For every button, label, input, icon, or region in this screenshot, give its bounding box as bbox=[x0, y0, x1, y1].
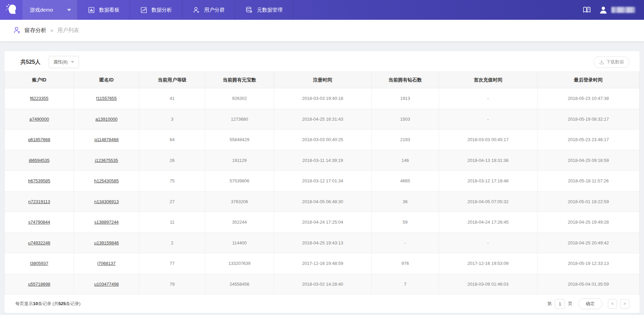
anon-id-link[interactable]: u139159846 bbox=[94, 240, 119, 245]
table-row: f6223355f11557655419263022018-03-03 19:4… bbox=[5, 88, 640, 109]
navbar-right: ? bbox=[582, 0, 644, 20]
anon-id-link[interactable]: n134306913 bbox=[94, 199, 119, 204]
cell-level: 27 bbox=[139, 191, 205, 212]
cell-yuanbao: 352244 bbox=[205, 212, 274, 233]
cell-account_id: u74932246 bbox=[5, 232, 74, 253]
page-prefix-label: 第 bbox=[547, 301, 552, 307]
brain-logo-icon bbox=[5, 3, 17, 17]
project-selector-label: 游戏demo bbox=[30, 7, 53, 13]
confirm-page-button[interactable]: 确定 bbox=[578, 298, 602, 309]
page-suffix-label: 页 bbox=[568, 301, 573, 307]
cell-first_charge_time: - bbox=[439, 232, 537, 253]
cell-last_login_time: 2018-04-25 20:49:42 bbox=[537, 232, 639, 253]
cell-diamonds: 146 bbox=[371, 150, 439, 171]
breadcrumb-separator: > bbox=[50, 28, 54, 33]
page-summary: 每页显示10条记录 (共525条记录) bbox=[15, 301, 80, 307]
pagination-footer: 每页显示10条记录 (共525条记录) 第 页 确定 < > bbox=[4, 295, 640, 313]
anon-id-link[interactable]: j123675535 bbox=[95, 158, 118, 163]
cell-diamonds: 4665 bbox=[371, 171, 439, 192]
cell-diamonds: 59 bbox=[371, 212, 439, 233]
nav-item-metadata[interactable]: 元数据管理 bbox=[235, 0, 293, 20]
cell-anon_id: h125430585 bbox=[74, 171, 139, 192]
cell-anon_id: f11557655 bbox=[74, 88, 139, 109]
cell-last_login_time: 2018-05-23 10:47:38 bbox=[537, 88, 639, 109]
anon-id-link[interactable]: l7068137 bbox=[97, 261, 116, 266]
breadcrumb-current: 用户列表 bbox=[57, 27, 79, 34]
cell-register_time: 2018-03-03 00:40:25 bbox=[274, 130, 371, 150]
account-id-link[interactable]: f6223355 bbox=[30, 96, 48, 101]
attribute-filter-dropdown[interactable]: 属性(8) bbox=[49, 56, 79, 68]
cell-register_time: 2017-12-16 19:48:59 bbox=[274, 253, 371, 274]
line-chart-icon bbox=[140, 6, 147, 14]
attribute-filter-label: 属性(8) bbox=[53, 59, 68, 65]
page-number-input[interactable] bbox=[555, 299, 565, 309]
user-group-icon bbox=[193, 6, 200, 14]
breadcrumb-parent[interactable]: 留存分析 bbox=[25, 27, 46, 34]
column-header-0: 账户ID bbox=[5, 72, 74, 88]
nav-item-analysis[interactable]: 数据分析 bbox=[130, 0, 182, 20]
anon-id-link[interactable]: u103477498 bbox=[94, 282, 119, 287]
account-id-link[interactable]: j66594535 bbox=[29, 158, 50, 163]
help-docs-button[interactable]: ? bbox=[582, 5, 591, 14]
cell-yuanbao: 926302 bbox=[205, 88, 274, 109]
cell-anon_id: q114878468 bbox=[74, 130, 139, 150]
cell-anon_id: l7068137 bbox=[74, 253, 139, 274]
breadcrumb: 留存分析 > 用户列表 bbox=[0, 20, 644, 41]
nav-item-dashboard[interactable]: 数据看板 bbox=[78, 0, 130, 20]
cell-diamonds: 1913 bbox=[371, 88, 439, 109]
table-row: u55718698u10347749879245584562018-03-02 … bbox=[5, 274, 640, 295]
cell-level: 3 bbox=[139, 109, 205, 130]
anon-id-link[interactable]: h125430585 bbox=[94, 178, 119, 183]
user-table: 账户ID匿名ID当前用户等级当前拥有元宝数注册时间当前拥有钻石数首次充值时间最后… bbox=[4, 72, 640, 295]
anon-id-link[interactable]: a13910000 bbox=[95, 117, 117, 122]
nav-item-label: 元数据管理 bbox=[257, 7, 283, 13]
account-id-link[interactable]: q61857668 bbox=[28, 137, 50, 142]
cell-register_time: 2018-03-03 19:40:18 bbox=[274, 88, 371, 109]
account-id-link[interactable]: n72319113 bbox=[28, 199, 50, 204]
summary-mid: 条记录 (共 bbox=[38, 301, 58, 306]
anon-id-link[interactable]: q114878468 bbox=[94, 137, 118, 142]
account-id-link[interactable]: a7490000 bbox=[29, 117, 49, 122]
cell-level: 75 bbox=[139, 171, 205, 192]
navbar-spacer bbox=[293, 0, 582, 20]
table-row: a7490000a13910000312736802018-04-25 16:3… bbox=[5, 109, 640, 130]
project-selector[interactable]: 游戏demo bbox=[22, 0, 78, 20]
per-page-count: 10 bbox=[33, 301, 38, 306]
cell-anon_id: a13910000 bbox=[74, 109, 139, 130]
table-row: s74790844s138897244113522442018-04-24 17… bbox=[5, 212, 640, 233]
account-id-link[interactable]: s74790844 bbox=[28, 220, 50, 225]
retention-users-icon bbox=[13, 26, 21, 35]
nav-item-label: 数据看板 bbox=[99, 7, 119, 13]
chevron-down-icon bbox=[71, 61, 74, 63]
summary-suffix: 条记录) bbox=[66, 301, 80, 306]
anon-id-link[interactable]: f11557655 bbox=[96, 96, 117, 101]
cell-last_login_time: 2018-05-18 11:57:26 bbox=[537, 171, 639, 192]
prev-page-button[interactable]: < bbox=[608, 299, 617, 309]
nav-item-user-segments[interactable]: 用户分群 bbox=[182, 0, 235, 20]
cell-level: 77 bbox=[139, 253, 205, 274]
cell-first_charge_time: 2017-12-16 19:53:09 bbox=[439, 253, 537, 274]
cell-yuanbao: 1273680 bbox=[205, 109, 274, 130]
top-navbar: 游戏demo 数据看板 数据分析 bbox=[0, 0, 644, 20]
column-header-6: 首次充值时间 bbox=[439, 72, 537, 88]
account-id-link[interactable]: l3805937 bbox=[30, 261, 48, 266]
app-logo[interactable] bbox=[0, 0, 22, 20]
next-page-button[interactable]: > bbox=[620, 299, 629, 309]
user-list-card: 共525人 属性(8) 下载数据 账户ID匿名ID当前用户等级当前拥有元宝数注册… bbox=[4, 51, 640, 313]
table-row: l3805937l7068137771332076392017-12-16 19… bbox=[5, 253, 640, 274]
account-id-link[interactable]: u55718698 bbox=[28, 282, 50, 287]
account-id-link[interactable]: u74932246 bbox=[28, 240, 50, 245]
cell-level: 2 bbox=[139, 232, 205, 253]
cell-level: 41 bbox=[139, 88, 205, 109]
summary-prefix: 每页显示 bbox=[15, 301, 33, 306]
total-records-count: 525 bbox=[58, 301, 66, 306]
cell-account_id: s74790844 bbox=[5, 212, 74, 233]
download-data-button[interactable]: 下载数据 bbox=[594, 56, 629, 68]
account-id-link[interactable]: h67539585 bbox=[28, 178, 50, 183]
user-account-menu[interactable] bbox=[599, 5, 635, 15]
cell-first_charge_time: 2018-04-24 17:26:45 bbox=[439, 212, 537, 233]
user-avatar-icon bbox=[599, 5, 608, 15]
cell-first_charge_time: 2018-03-03 00:45:17 bbox=[439, 130, 537, 150]
anon-id-link[interactable]: s138897244 bbox=[94, 220, 119, 225]
cell-diamonds: 7 bbox=[371, 274, 439, 295]
